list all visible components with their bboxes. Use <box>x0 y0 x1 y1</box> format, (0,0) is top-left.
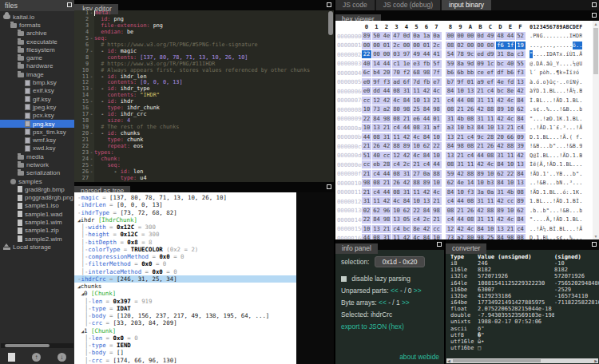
hex-byte[interactable]: 42 <box>382 197 391 205</box>
hex-byte[interactable]: 8a <box>506 50 515 58</box>
file-tree-item[interactable]: serialization <box>0 169 74 177</box>
hex-byte[interactable]: 44 <box>382 170 391 178</box>
file-tree-item[interactable]: samples <box>0 177 74 185</box>
hex-byte[interactable]: 21 <box>382 179 391 187</box>
hex-byte[interactable]: 4b <box>456 115 466 123</box>
hex-row[interactable]: 0000011021c444083111424c8410f33a0a314b08… <box>335 188 593 197</box>
ascii-char[interactable]: . <box>579 197 582 205</box>
hex-byte[interactable]: 08 <box>446 207 455 215</box>
hex-byte[interactable]: 42 <box>496 115 506 123</box>
hex-byte[interactable]: 98 <box>382 216 391 224</box>
hex-byte[interactable]: 05 <box>402 216 411 224</box>
hex-byte[interactable]: f3 <box>382 78 391 86</box>
hex-byte[interactable]: 1f <box>506 42 515 49</box>
tree-node[interactable]: │-crc = [174, 66, 96, 130] <box>74 357 296 364</box>
hex-byte[interactable]: 89 <box>476 170 486 178</box>
hex-byte[interactable]: 00 <box>466 32 475 40</box>
hex-byte[interactable]: bc <box>496 60 506 68</box>
hex-byte[interactable]: c4 <box>392 160 402 168</box>
hex-byte[interactable]: 42 <box>476 105 486 113</box>
hex-row[interactable]: 000000d05140cc12424c84101321c44408311142… <box>335 151 593 160</box>
hex-byte[interactable]: 13 <box>466 87 475 95</box>
hex-byte[interactable]: 08 <box>516 234 526 239</box>
hex-byte[interactable]: 0a <box>432 32 442 40</box>
tree-node[interactable]: -magic = [137, 80, 78, 71, 13, 10, 26, 1… <box>74 194 296 201</box>
hex-byte[interactable]: ed <box>476 50 486 58</box>
hex-byte[interactable]: 9f <box>456 78 466 86</box>
hex-byte[interactable]: 88 <box>486 105 495 113</box>
hex-byte[interactable]: 4c <box>412 133 422 141</box>
hex-byte[interactable]: 08 <box>446 105 455 113</box>
hex-byte[interactable]: 4c <box>412 152 422 160</box>
hex-byte[interactable]: 00 <box>402 42 411 49</box>
hex-byte[interactable]: 11 <box>392 133 402 141</box>
hex-byte[interactable]: 22 <box>362 50 371 58</box>
hex-byte[interactable]: a2 <box>456 234 466 239</box>
file-tree-item[interactable]: gif.ksy <box>0 95 74 103</box>
hex-byte[interactable]: 4e <box>496 78 506 86</box>
hex-byte[interactable]: 10 <box>456 87 466 95</box>
hex-byte[interactable]: 88 <box>412 179 422 187</box>
export-json-link[interactable]: export to JSON <box>341 322 387 330</box>
hex-byte[interactable]: 10 <box>506 179 515 187</box>
hex-byte[interactable]: 9c <box>466 50 475 58</box>
hex-byte[interactable]: 44 <box>402 124 411 132</box>
hex-byte[interactable]: 22 <box>412 207 422 215</box>
hex-byte[interactable]: 0a <box>486 188 495 196</box>
hex-byte[interactable]: 84 <box>516 115 526 123</box>
hex-byte[interactable]: 42 <box>456 225 466 233</box>
tree-node[interactable]: ◢ihdr [IhdrChunk] <box>74 216 296 224</box>
tree-node[interactable]: │-crc = [33, 203, 84, 209] <box>74 319 296 326</box>
hex-byte[interactable]: 10 <box>506 105 515 113</box>
hex-byte[interactable]: 51 <box>362 152 371 160</box>
hex-byte[interactable]: eb <box>372 160 382 168</box>
hex-byte[interactable]: 4c <box>432 87 442 95</box>
file-tree-item[interactable]: xwd.ksy <box>0 144 74 152</box>
hex-row[interactable]: 00000030401444c11ee3fb5f598a9d091cbc4055… <box>335 59 593 69</box>
hex-byte[interactable]: 89 <box>402 142 411 150</box>
hex-byte[interactable]: 54 <box>446 50 455 58</box>
hex-byte[interactable]: 84 <box>446 188 455 196</box>
hex-byte[interactable]: 98 <box>432 207 442 215</box>
hex-byte[interactable]: 09 <box>516 133 526 141</box>
hex-byte[interactable]: 1c <box>486 60 495 68</box>
hex-byte[interactable]: 88 <box>486 207 495 215</box>
hex-byte[interactable]: 11 <box>506 152 515 160</box>
hex-byte[interactable]: f6 <box>496 42 506 49</box>
hex-byte[interactable]: 73 <box>372 105 382 113</box>
hex-byte[interactable]: 08 <box>372 179 382 187</box>
hex-byte[interactable]: 00 <box>412 42 422 49</box>
byte-arrays-prev-link[interactable]: << <box>379 299 387 307</box>
scroll-up-icon[interactable]: ▲ <box>593 22 599 26</box>
hex-byte[interactable]: 0a <box>412 32 422 40</box>
file-tree-item[interactable]: media <box>0 152 74 160</box>
hex-row[interactable]: 000001402284981305c42c21c444083111424c84… <box>335 216 593 225</box>
hex-byte[interactable]: 00 <box>372 50 382 58</box>
hex-byte[interactable]: f2 <box>402 69 411 77</box>
hex-byte[interactable]: 08 <box>392 115 402 123</box>
hex-byte[interactable]: 84 <box>372 216 382 224</box>
hex-byte[interactable]: 22 <box>506 170 515 178</box>
hex-byte[interactable]: 4e <box>382 32 391 40</box>
hex-byte[interactable]: 42 <box>496 216 506 224</box>
file-tree-item[interactable]: sample1.wad <box>0 210 74 218</box>
hex-byte[interactable]: 89 <box>362 32 371 40</box>
hex-byte[interactable]: c4 <box>446 197 455 205</box>
tree-node[interactable]: ◢chunks <box>74 283 296 290</box>
hex-byte[interactable]: 20 <box>382 69 391 77</box>
hex-byte[interactable]: 21 <box>476 87 486 95</box>
hex-byte[interactable]: 26 <box>486 142 495 150</box>
hex-row[interactable]: 0000016044083111424c841073a2809825849808… <box>335 234 593 240</box>
hex-byte[interactable]: 73 <box>446 234 455 239</box>
ascii-char[interactable]: . <box>579 160 582 168</box>
hex-byte[interactable]: 4e <box>456 179 466 187</box>
hex-byte[interactable]: fb <box>422 78 431 86</box>
hex-byte[interactable]: 11 <box>372 197 382 205</box>
hex-byte[interactable]: 21 <box>432 97 442 105</box>
hex-byte[interactable]: 31 <box>422 124 431 132</box>
hex-byte[interactable]: 62 <box>422 142 431 150</box>
tree-node[interactable]: │-height = 0x12C = 300 <box>74 231 296 238</box>
hex-byte[interactable]: 84 <box>476 225 486 233</box>
hex-byte[interactable]: 25 <box>412 105 422 113</box>
hex-byte[interactable]: 31 <box>402 87 411 95</box>
